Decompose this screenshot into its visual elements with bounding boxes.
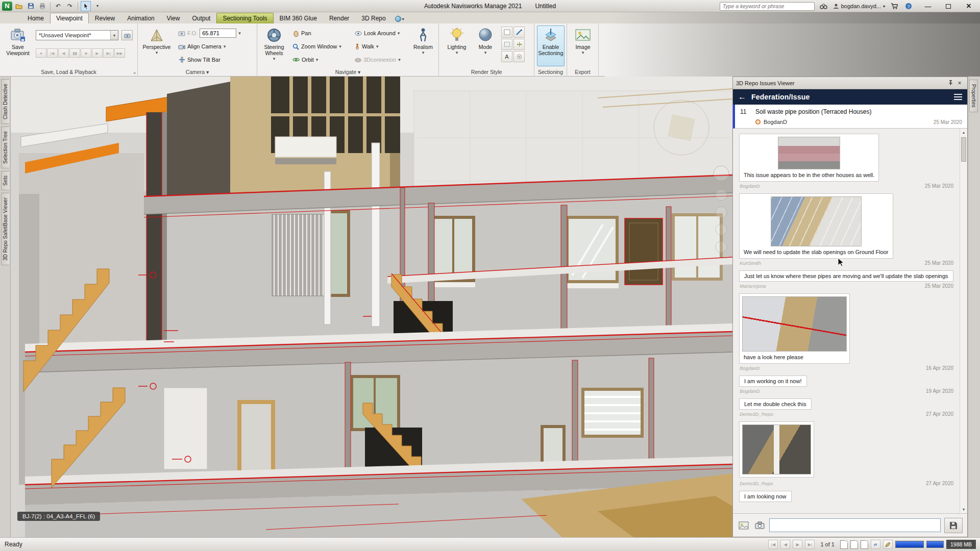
- refresh-icon[interactable]: ⇄: [871, 540, 880, 549]
- comments-scroll-area[interactable]: This issue appears to be in the other ho…: [733, 129, 967, 513]
- comment-thumbnail[interactable]: [742, 424, 811, 474]
- tab-render[interactable]: Render: [323, 13, 355, 23]
- attach-image-icon[interactable]: [738, 520, 750, 531]
- navisworks-logo-icon[interactable]: N: [2, 2, 12, 11]
- culling-icon[interactable]: [513, 39, 525, 50]
- render-mode-button[interactable]: Mode ▾: [472, 26, 499, 66]
- sheet-edit-icon[interactable]: [861, 540, 868, 549]
- look-around-button[interactable]: Look Around▾: [353, 28, 401, 39]
- realism-button[interactable]: Realism ▾: [409, 26, 437, 66]
- group-label-save-load[interactable]: Save, Load & Playback: [0, 67, 137, 76]
- steering-wheels-button[interactable]: Steering Wheels ▾: [260, 26, 288, 66]
- scrollbar-thumb[interactable]: [961, 137, 966, 162]
- perspective-button[interactable]: Perspective ▾: [143, 26, 170, 66]
- dock-tab-clash-detective[interactable]: Clash Detective: [1, 79, 9, 124]
- panel-title-bar[interactable]: 3D Repo Issues Viewer ×: [733, 77, 967, 89]
- signed-in-user[interactable]: bogdan.davyd... ▾: [833, 3, 885, 9]
- go-start-button[interactable]: |◀: [47, 48, 58, 58]
- maximize-button[interactable]: [938, 1, 959, 12]
- group-label-render-style[interactable]: Render Style: [439, 67, 534, 76]
- search-input[interactable]: [720, 3, 814, 9]
- align-camera-button[interactable]: Align Camera▾: [177, 41, 227, 52]
- highlights-icon[interactable]: [513, 51, 525, 62]
- group-label-camera[interactable]: Camera▾: [138, 67, 257, 76]
- viewpoint-combo[interactable]: *Unsaved Viewpoint* ▾: [36, 30, 118, 40]
- lighting-button[interactable]: Lighting ▾: [443, 26, 471, 66]
- wireframe-icon[interactable]: [501, 39, 512, 50]
- viewpoint-options-button[interactable]: [121, 30, 133, 40]
- tab-bim-360-glue[interactable]: BIM 360 Glue: [274, 13, 323, 23]
- fov-input[interactable]: [200, 30, 236, 36]
- go-end-button[interactable]: ▶▶: [114, 48, 125, 58]
- print-icon[interactable]: [37, 1, 47, 11]
- scroll-up-icon[interactable]: ▲: [960, 129, 967, 136]
- stop-button[interactable]: ■: [81, 48, 91, 58]
- minimize-button[interactable]: —: [918, 1, 938, 12]
- show-tilt-bar-button[interactable]: Show Tilt Bar: [177, 54, 222, 65]
- comment-card[interactable]: We will need to update the slab openings…: [739, 193, 893, 259]
- dock-tab-selection-tree[interactable]: Selection Tree: [1, 127, 9, 168]
- save-icon[interactable]: [26, 1, 36, 11]
- select-tool-icon[interactable]: [81, 1, 91, 11]
- tab-home[interactable]: Home: [21, 13, 50, 23]
- sketch-style-icon[interactable]: [513, 27, 525, 38]
- group-label-export[interactable]: Export: [567, 67, 598, 76]
- enable-sectioning-button[interactable]: Enable Sectioning: [537, 26, 565, 66]
- last-sheet-button[interactable]: ▶|: [805, 540, 815, 549]
- tab-output[interactable]: Output: [186, 13, 216, 23]
- sheet-browser-icon[interactable]: [840, 540, 848, 549]
- menu-hamburger-icon[interactable]: [954, 94, 962, 100]
- screenshot-camera-icon[interactable]: [753, 520, 766, 531]
- walk-button[interactable]: Walk▾: [353, 41, 380, 52]
- app-store-cart-icon[interactable]: [889, 1, 899, 11]
- binoculars-search-icon[interactable]: [819, 1, 829, 11]
- issue-header[interactable]: 11 Soil waste pipe position (Terraced Ho…: [733, 105, 967, 129]
- comment-thumbnail[interactable]: [742, 296, 847, 352]
- comment-thumbnail[interactable]: [771, 196, 862, 246]
- tab-3d-repo[interactable]: 3D Repo: [355, 13, 391, 23]
- next-sheet-button[interactable]: ▶: [793, 540, 802, 549]
- comment-card[interactable]: have a look here please: [739, 293, 850, 364]
- pencil-icon[interactable]: [883, 540, 893, 549]
- comments-scrollbar[interactable]: ▲ ▼: [960, 129, 967, 513]
- prev-sheet-button[interactable]: ◀: [780, 540, 790, 549]
- comment-input[interactable]: [769, 518, 941, 532]
- viewport-3d-scene[interactable]: [11, 77, 732, 537]
- open-file-icon[interactable]: [14, 1, 24, 11]
- group-label-navigate[interactable]: Navigate▾: [257, 67, 438, 76]
- zoom-window-button[interactable]: Zoom Window▾: [291, 41, 343, 52]
- pause-button[interactable]: ▮▮: [69, 48, 80, 58]
- orbit-button[interactable]: Orbit▾: [291, 54, 320, 65]
- step-forward-button[interactable]: ▶|: [103, 48, 114, 58]
- tab-animation[interactable]: Animation: [121, 13, 160, 23]
- close-button[interactable]: ×: [959, 1, 979, 12]
- repo-cloud-menu[interactable]: ▾: [395, 16, 404, 23]
- tab-review[interactable]: Review: [89, 13, 121, 23]
- record-button[interactable]: ●: [36, 48, 46, 58]
- back-arrow-icon[interactable]: ←: [738, 93, 746, 101]
- pan-button[interactable]: Pan: [291, 28, 313, 39]
- send-comment-button[interactable]: [944, 518, 963, 533]
- search-box[interactable]: [720, 2, 815, 11]
- play-button[interactable]: ▶: [92, 48, 103, 58]
- user-dropdown-icon[interactable]: ▾: [883, 4, 885, 9]
- tab-sectioning-tools[interactable]: Sectioning Tools: [216, 13, 273, 23]
- dock-tab-sets[interactable]: Sets: [1, 171, 9, 190]
- viewpoint-combo-dropdown-icon[interactable]: ▾: [110, 31, 118, 40]
- full-render-icon[interactable]: [501, 27, 512, 38]
- model-viewport[interactable]: BJ-7(2) : 04_A3-A4_FFL (6): [11, 77, 732, 537]
- dialog-launcher-icon[interactable]: »: [133, 70, 136, 76]
- help-icon[interactable]: ?: [903, 1, 914, 11]
- qat-dropdown-icon[interactable]: ▾: [92, 1, 103, 11]
- text-visibility-button[interactable]: A: [501, 51, 512, 62]
- export-image-button[interactable]: Image ▾: [569, 26, 597, 66]
- save-viewpoint-button[interactable]: Save Viewpoint: [4, 26, 32, 66]
- comment-card[interactable]: This issue appears to be in the other ho…: [739, 134, 879, 182]
- undo-icon[interactable]: ↶: [53, 1, 63, 11]
- step-back-button[interactable]: ◀: [58, 48, 69, 58]
- first-sheet-button[interactable]: |◀: [768, 540, 778, 549]
- scroll-down-icon[interactable]: ▼: [960, 506, 967, 513]
- tab-view[interactable]: View: [161, 13, 186, 23]
- tab-viewpoint[interactable]: Viewpoint: [50, 13, 89, 23]
- panel-close-icon[interactable]: ×: [955, 79, 964, 87]
